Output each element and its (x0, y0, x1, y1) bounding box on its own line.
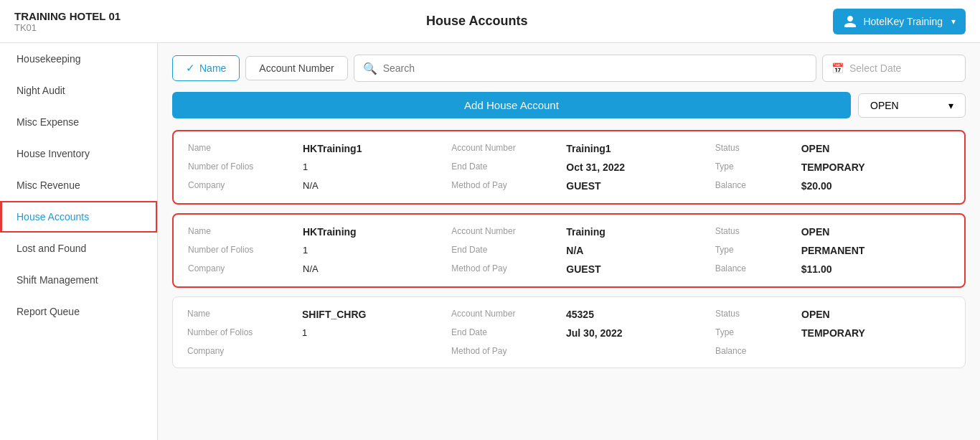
type-label: Type (715, 327, 801, 337)
user-avatar-icon (843, 14, 857, 29)
sidebar-item-misc-revenue[interactable]: Misc Revenue (0, 169, 157, 201)
end-date-value: N/A (566, 245, 715, 256)
status-value: OPEN (801, 226, 950, 238)
status-value: OPEN (801, 309, 951, 320)
balance-label: Balance (715, 263, 801, 273)
folios-value: 1 (302, 327, 451, 338)
sidebar-item-house-inventory[interactable]: House Inventory (0, 138, 157, 169)
accounts-container: Name HKTraining1 Account Number Training… (172, 130, 966, 368)
filter-bar: ✓ Name Account Number 🔍 📅 Select Date (172, 55, 966, 82)
status-label: Status (715, 143, 801, 153)
card-body: Name HKTraining1 Account Number Training… (188, 143, 950, 192)
check-icon: ✓ (186, 62, 195, 75)
page-title: House Accounts (426, 14, 527, 29)
search-icon: 🔍 (363, 62, 377, 75)
status-value: OPEN (801, 143, 950, 154)
name-value: HKTraining (303, 226, 451, 238)
account-number-value: Training1 (566, 143, 715, 154)
account-number-value: 45325 (566, 309, 715, 320)
name-value: SHIFT_CHRG (302, 309, 451, 320)
calendar-icon: 📅 (831, 62, 844, 74)
type-label: Type (715, 162, 801, 172)
status-label: Status (715, 309, 801, 319)
card-body: Name HKTraining Account Number Training … (188, 226, 950, 275)
company-value: N/A (303, 180, 451, 191)
account-number-value: Training (566, 226, 715, 238)
hotel-info: TRAINING HOTEL 01 TK01 (14, 10, 121, 33)
balance-label: Balance (715, 346, 801, 356)
sidebar-item-shift-management[interactable]: Shift Management (0, 264, 157, 296)
end-date-value: Jul 30, 2022 (566, 327, 715, 339)
action-bar: Add House Account OPEN ▾ (172, 92, 966, 118)
sidebar-item-house-accounts[interactable]: House Accounts (0, 201, 157, 233)
company-value: N/A (303, 263, 451, 274)
type-value: PERMANENT (801, 245, 950, 256)
hotel-code: TK01 (14, 22, 121, 33)
method-value: GUEST (566, 263, 715, 275)
sidebar-item-lost-found[interactable]: Lost and Found (0, 233, 157, 264)
search-input[interactable] (383, 62, 807, 74)
status-selected-label: OPEN (870, 100, 899, 111)
user-name-label: HotelKey Training (863, 16, 943, 27)
method-value: GUEST (566, 180, 715, 192)
folios-label: Number of Folios (188, 245, 303, 255)
search-input-wrap: 🔍 (354, 55, 816, 82)
type-value: TEMPORARY (801, 327, 951, 339)
end-date-label: End Date (451, 162, 566, 172)
balance-value: $11.00 (801, 263, 950, 275)
company-label: Company (188, 180, 303, 190)
card-body: Name SHIFT_CHRG Account Number 45325 Sta… (187, 309, 951, 356)
date-input-wrap[interactable]: 📅 Select Date (822, 55, 966, 82)
folios-value: 1 (303, 162, 451, 172)
date-placeholder: Select Date (849, 62, 901, 74)
method-label: Method of Pay (451, 346, 566, 356)
end-date-label: End Date (451, 245, 566, 255)
top-header: TRAINING HOTEL 01 TK01 House Accounts Ho… (0, 0, 980, 43)
status-dropdown[interactable]: OPEN ▾ (858, 93, 966, 118)
type-label: Type (715, 245, 801, 255)
account-number-filter-button[interactable]: Account Number (245, 56, 347, 80)
main-layout: Housekeeping Night Audit Misc Expense Ho… (0, 43, 980, 440)
user-menu-button[interactable]: HotelKey Training ▾ (833, 9, 966, 34)
sidebar-item-misc-expense[interactable]: Misc Expense (0, 106, 157, 138)
sidebar-item-night-audit[interactable]: Night Audit (0, 75, 157, 106)
folios-value: 1 (303, 245, 451, 256)
name-value: HKTraining1 (303, 143, 451, 154)
name-label: Name (187, 309, 302, 319)
account-number-label: Account Number (451, 226, 566, 236)
account-card-2[interactable]: Name SHIFT_CHRG Account Number 45325 Sta… (172, 296, 966, 368)
name-label: Name (188, 143, 303, 153)
account-number-label: Account Number (451, 143, 566, 153)
balance-value: $20.00 (801, 180, 950, 192)
hotel-name: TRAINING HOTEL 01 (14, 10, 121, 22)
sidebar-item-report-queue[interactable]: Report Queue (0, 296, 157, 327)
dropdown-chevron-icon: ▾ (948, 100, 953, 111)
account-card-1[interactable]: Name HKTraining Account Number Training … (172, 213, 966, 288)
status-label: Status (715, 226, 801, 236)
company-label: Company (188, 263, 303, 273)
main-content: ✓ Name Account Number 🔍 📅 Select Date Ad… (158, 43, 980, 440)
balance-label: Balance (715, 180, 801, 190)
name-label: Name (188, 226, 303, 236)
add-house-account-button[interactable]: Add House Account (172, 92, 851, 118)
sidebar: Housekeeping Night Audit Misc Expense Ho… (0, 43, 158, 440)
company-label: Company (187, 346, 302, 356)
account-card-0[interactable]: Name HKTraining1 Account Number Training… (172, 130, 966, 205)
name-filter-button[interactable]: ✓ Name (172, 55, 240, 81)
end-date-value: Oct 31, 2022 (566, 162, 715, 173)
type-value: TEMPORARY (801, 162, 950, 173)
folios-label: Number of Folios (188, 162, 303, 172)
method-label: Method of Pay (451, 180, 566, 190)
chevron-down-icon: ▾ (951, 17, 956, 27)
end-date-label: End Date (451, 327, 566, 337)
sidebar-item-housekeeping[interactable]: Housekeeping (0, 43, 157, 75)
method-label: Method of Pay (451, 263, 566, 273)
folios-label: Number of Folios (187, 327, 302, 337)
account-number-label: Account Number (451, 309, 566, 319)
